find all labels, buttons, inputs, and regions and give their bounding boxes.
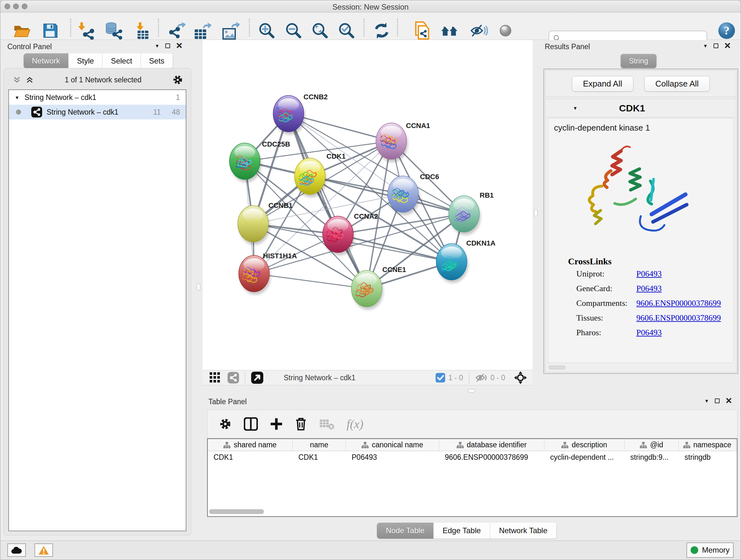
node-CCNB1[interactable]: CCNB1 <box>238 201 293 245</box>
table-cell[interactable]: stringdb <box>679 451 736 463</box>
network-row[interactable]: String Network – cdk1 11 48 <box>9 105 186 119</box>
memory-button[interactable]: Memory <box>686 543 734 558</box>
show-columns-icon[interactable] <box>244 417 258 431</box>
node-CDC25B[interactable]: CDC25B <box>229 140 290 182</box>
add-column-icon[interactable] <box>270 418 283 430</box>
tab-style[interactable]: Style <box>69 53 103 68</box>
tab-node-table[interactable]: Node Table <box>377 523 434 539</box>
save-session-icon[interactable] <box>42 22 59 40</box>
grid-view-icon[interactable] <box>210 372 220 383</box>
delete-column-icon[interactable] <box>295 417 307 431</box>
cloud-status-button[interactable] <box>7 543 26 557</box>
panel-close-icon[interactable]: ✕ <box>725 398 732 403</box>
panel-float-icon[interactable]: ▼ <box>155 43 159 49</box>
panel-maximize-icon[interactable] <box>715 398 720 403</box>
network-type-icon <box>31 107 42 118</box>
collection-expand-icon[interactable]: ▼ <box>15 95 19 100</box>
node-CCNE1[interactable]: CCNE1 <box>351 266 406 310</box>
column-header-database-identifier[interactable]: database identifier <box>439 439 544 451</box>
collapse-all-button[interactable]: Collapse All <box>644 76 710 91</box>
tab-edge-table[interactable]: Edge Table <box>434 523 490 539</box>
tab-select[interactable]: Select <box>103 53 141 68</box>
selected-checkbox-icon[interactable] <box>435 373 445 382</box>
network-view-canvas[interactable]: CCNB2CCNA1CDC25BCDK1CDC6RB1CCNB1CCNA2CDK… <box>203 40 533 370</box>
column-header-description[interactable]: description <box>544 439 624 451</box>
birds-eye-crosshair-icon[interactable] <box>514 371 528 385</box>
export-table-icon[interactable] <box>193 22 211 40</box>
horizontal-splitter-handle[interactable] <box>468 389 475 393</box>
network-collection-row[interactable]: ▼ String Network – cdk1 1 <box>9 90 186 105</box>
column-header-namespace[interactable]: namespace <box>679 439 736 451</box>
expand-all-icon[interactable] <box>25 76 34 84</box>
hidden-eye-icon[interactable] <box>475 373 487 382</box>
expand-all-button[interactable]: Expand All <box>572 76 633 91</box>
right-splitter-handle[interactable] <box>534 209 538 216</box>
column-header-@id[interactable]: @id <box>624 439 679 451</box>
panel-close-icon[interactable]: ✕ <box>724 44 731 48</box>
crosslink-genecard-link[interactable]: P06493 <box>636 284 662 294</box>
node-label-CCNB2: CCNB2 <box>304 93 328 101</box>
left-splitter-handle[interactable] <box>197 284 200 291</box>
network-badge-icon[interactable] <box>227 372 239 383</box>
zoom-in-icon[interactable] <box>258 22 276 40</box>
first-neighbors-icon[interactable] <box>441 22 459 40</box>
column-header-shared-name[interactable]: shared name <box>208 439 293 451</box>
crosslink-pharos-link[interactable]: P06493 <box>636 328 662 337</box>
table-cell[interactable]: cyclin-dependent ... <box>544 451 624 463</box>
import-network-file-icon[interactable] <box>78 22 96 40</box>
node-CCNA2[interactable]: CCNA2 <box>323 212 378 255</box>
panel-close-icon[interactable]: ✕ <box>176 44 183 48</box>
edge-HIST1H1A-CCNE1[interactable] <box>254 273 367 289</box>
table-scrollbar-thumb[interactable] <box>209 509 264 514</box>
export-image-icon[interactable] <box>222 22 240 40</box>
table-row[interactable]: CDK1CDK1P064939606.ENSP00000378699cyclin… <box>208 451 737 463</box>
tab-sets[interactable]: Sets <box>141 53 173 68</box>
zoom-out-icon[interactable] <box>285 22 302 40</box>
table-cell[interactable]: 9606.ENSP00000378699 <box>439 451 544 463</box>
open-session-icon[interactable] <box>13 22 31 40</box>
crosslink-tissues-link[interactable]: 9606.ENSP00000378699 <box>636 313 721 323</box>
node-CCNA1[interactable]: CCNA1 <box>376 122 430 162</box>
node-HIST1H1A[interactable]: HIST1H1A <box>239 252 297 295</box>
tab-network-table[interactable]: Network Table <box>490 523 557 539</box>
show-all-icon[interactable] <box>496 22 515 40</box>
column-header-name[interactable]: name <box>293 439 346 451</box>
open-in-window-icon[interactable] <box>251 372 263 384</box>
zoom-selected-icon[interactable] <box>338 22 355 40</box>
cdk1-section-header[interactable]: ▼ CDK1 <box>545 99 736 118</box>
crosslink-uniprot-link[interactable]: P06493 <box>636 269 662 279</box>
collapse-all-icon[interactable] <box>13 76 21 84</box>
node-CCNB2[interactable]: CCNB2 <box>273 93 328 135</box>
results-scrollbar-thumb[interactable] <box>549 366 565 369</box>
panel-float-icon[interactable]: ▼ <box>704 398 709 403</box>
network-graph[interactable]: CCNB2CCNA1CDC25BCDK1CDC6RB1CCNB1CCNA2CDK… <box>203 40 533 370</box>
import-network-database-icon[interactable] <box>105 22 122 40</box>
table-cell[interactable]: P06493 <box>346 451 439 463</box>
table-cell[interactable]: CDK1 <box>293 451 346 463</box>
edge-CCNB2-CCNE1[interactable] <box>288 114 367 289</box>
warnings-button[interactable] <box>35 543 53 557</box>
import-table-file-icon[interactable] <box>134 22 151 40</box>
panel-maximize-icon[interactable] <box>165 44 170 48</box>
hide-selected-icon[interactable] <box>470 22 488 40</box>
table-options-gear-icon[interactable] <box>219 418 232 430</box>
node-RB1[interactable]: RB1 <box>449 191 494 235</box>
zoom-fit-icon[interactable] <box>311 22 329 40</box>
crosslink-compartments-link[interactable]: 9606.ENSP00000378699 <box>636 299 721 308</box>
tab-string[interactable]: String <box>621 54 657 68</box>
section-expand-icon[interactable]: ▼ <box>573 105 578 111</box>
node-CDC6[interactable]: CDC6 <box>388 173 439 215</box>
export-network-icon[interactable] <box>167 22 185 40</box>
clone-network-icon[interactable] <box>413 22 431 40</box>
help-icon[interactable]: ? <box>718 22 736 40</box>
tab-network[interactable]: Network <box>23 53 69 68</box>
node-CDK1[interactable]: CDK1 <box>294 152 346 197</box>
panel-maximize-icon[interactable] <box>714 44 718 48</box>
table-cell[interactable]: CDK1 <box>208 451 293 463</box>
column-header-canonical-name[interactable]: canonical name <box>346 439 439 451</box>
panel-float-icon[interactable]: ▼ <box>703 43 708 49</box>
node-CDKN1A[interactable]: CDKN1A <box>436 239 495 283</box>
refresh-view-icon[interactable] <box>373 22 391 40</box>
table-cell[interactable]: stringdb:9... <box>624 451 679 463</box>
network-options-gear-icon[interactable] <box>172 74 183 85</box>
